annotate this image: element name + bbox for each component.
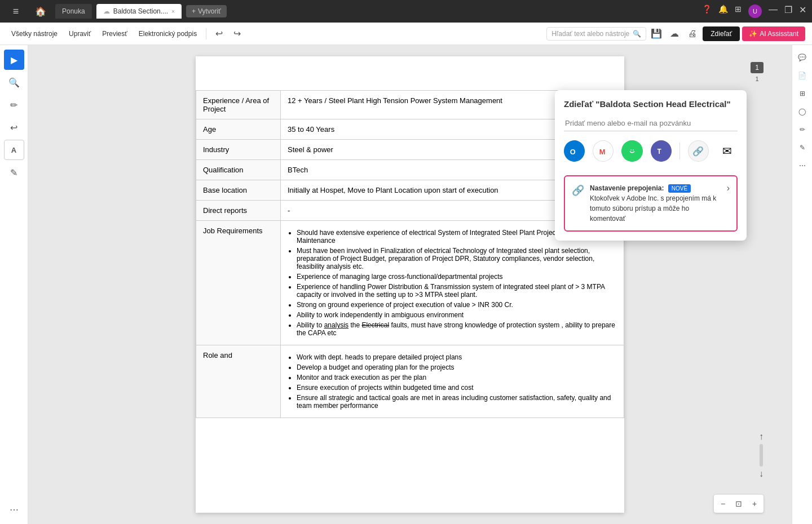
share-whatsapp-button[interactable] [621, 140, 642, 162]
right-sidebar: 💬 📄 ⊞ ◯ ✏ ✎ ⋯ [792, 45, 812, 524]
stamps-icon[interactable]: ✎ [795, 140, 810, 156]
fit-page-button[interactable]: ⊡ [732, 497, 745, 510]
notification-icon[interactable]: 🔔 [718, 5, 728, 18]
table-cell-value: Work with dept. heads to prepare detaile… [281, 345, 624, 418]
cursor-tool-icon[interactable]: ▶ [4, 50, 24, 70]
search-tool-icon[interactable]: 🔍 [4, 72, 24, 92]
zoom-out-button[interactable]: − [716, 497, 730, 510]
plus-icon: + [192, 7, 196, 15]
copy-link-button[interactable]: 🔗 [688, 140, 709, 162]
link-settings-arrow[interactable]: › [727, 183, 730, 193]
link-settings-text: Nastavenie prepojenia: NOVÉ Ktokoľvek v … [590, 183, 721, 224]
cloud-save-icon[interactable]: ☁ [667, 26, 682, 42]
list-item: Ability to analysis the Electrical fault… [297, 321, 617, 337]
ai-assistant-button[interactable]: ✨ AI Assisstant [742, 26, 805, 41]
ai-icon: ✨ [749, 30, 757, 38]
edit-menu[interactable]: Upraviť [64, 28, 95, 40]
undo-button[interactable]: ↩ [211, 26, 227, 42]
help-icon[interactable]: ❓ [702, 5, 712, 18]
table-cell-label: Direct reports [196, 201, 281, 221]
new-tab-button[interactable]: + Vytvoriť [186, 5, 227, 17]
annotate-icon[interactable]: ✏ [4, 95, 24, 115]
minimize-button[interactable]: — [769, 5, 778, 18]
more-right-icon[interactable]: ⋯ [795, 158, 810, 174]
close-button[interactable]: ✕ [799, 5, 806, 18]
requirements-list: Should have extensive experience of elec… [297, 229, 617, 337]
home-icon[interactable]: 🏠 [30, 1, 51, 21]
sign-menu[interactable]: Elektronický podpis [134, 28, 201, 40]
toolbar-separator [206, 28, 206, 39]
more-tools-icon[interactable]: ⋯ [4, 499, 24, 519]
cloud-icon: ☁ [103, 7, 110, 15]
window-controls: ❓ 🔔 ⊞ U — ❐ ✕ [702, 5, 806, 18]
draw-icon[interactable]: ✎ [4, 162, 24, 183]
list-item: Work with dept. heads to prepare detaile… [297, 353, 617, 361]
apps-icon[interactable]: ⊞ [735, 5, 742, 18]
list-item: Experience of managing large cross-funct… [297, 273, 617, 281]
list-item: Must have been involved in Finalization … [297, 247, 617, 270]
browser-chrome: ≡ 🏠 Ponuka ☁ Baldota Section.... × + Vyt… [0, 0, 812, 23]
new-tab-label: Vytvoriť [198, 7, 221, 15]
link-settings-prefix: Nastavenie prepojenia: [590, 184, 664, 192]
email-share-button[interactable]: ✉ [717, 140, 738, 162]
link-settings-panel: 🔗 Nastavenie prepojenia: NOVÉ Ktokoľvek … [564, 175, 738, 232]
tab-label: Ponuka [62, 7, 85, 15]
scrollbar-track[interactable] [760, 444, 763, 467]
share-dialog-title: Zdieľať "Baldota Section Head Electrical… [564, 99, 738, 109]
page-number-area: 1 1 [751, 62, 764, 82]
left-sidebar: ▶ 🔍 ✏ ↩ A ✎ ⋯ [0, 45, 28, 524]
list-item: Strong on ground experience of project e… [297, 301, 617, 309]
search-text: Hľadať text alebo nástroje [551, 30, 629, 38]
scroll-controls: ↑ ↓ [759, 432, 764, 479]
tab-close-icon[interactable]: × [171, 8, 175, 15]
tab-ponuka[interactable]: Ponuka [55, 4, 92, 19]
menu-icon[interactable]: ≡ [6, 1, 26, 21]
svg-text:T: T [657, 148, 662, 156]
list-item: Experience of handling Power Distributio… [297, 283, 617, 299]
share-gmail-button[interactable]: M [593, 140, 614, 162]
share-input[interactable] [564, 116, 738, 131]
link-settings-icon: 🔗 [572, 184, 584, 197]
table-cell-label: Industry [196, 140, 281, 160]
new-badge: NOVÉ [668, 184, 691, 193]
comments-icon[interactable]: 💬 [795, 50, 810, 65]
avatar[interactable]: U [748, 5, 762, 18]
tab-baldota[interactable]: ☁ Baldota Section.... × [96, 4, 182, 19]
list-item: Ability to work independently in ambiguo… [297, 311, 617, 319]
bookmarks-icon[interactable]: 📄 [795, 68, 810, 83]
share-teams-button[interactable]: T [651, 140, 672, 162]
link-settings-description: Ktokoľvek v Adobe Inc. s prepojením má k… [590, 194, 716, 223]
scroll-up-icon[interactable]: ↑ [759, 432, 764, 442]
save-icon[interactable]: 💾 [648, 26, 664, 42]
share-dialog: Zdieľať "Baldota Section Head Electrical… [555, 90, 747, 241]
share-button[interactable]: Zdieľať [703, 26, 740, 41]
list-item: Monitor and track execution as per the p… [297, 374, 617, 381]
zoom-in-button[interactable]: + [748, 497, 761, 510]
print-icon[interactable]: 🖨 [685, 26, 700, 42]
restore-button[interactable]: ❐ [784, 5, 792, 18]
redo-button[interactable]: ↪ [229, 26, 245, 42]
tab-title: Baldota Section.... [113, 7, 168, 15]
undo-tool-icon[interactable]: ↩ [4, 117, 24, 137]
list-item: Develop a budget and operating plan for … [297, 363, 617, 371]
role-list: Work with dept. heads to prepare detaile… [297, 353, 617, 410]
list-item: Ensure execution of projects within budg… [297, 384, 617, 392]
table-cell-label: Base location [196, 180, 281, 201]
table-row: Role and Work with dept. heads to prepar… [196, 345, 624, 418]
main-layout: ▶ 🔍 ✏ ↩ A ✎ ⋯ Experience / Area of Proje… [0, 45, 812, 524]
search-box[interactable]: Hľadať text alebo nástroje 🔍 [546, 27, 646, 41]
text-tool-icon[interactable]: A [4, 140, 24, 160]
share-outlook-button[interactable]: O [564, 140, 585, 162]
table-cell-label: Qualification [196, 160, 281, 180]
page-total: 1 [756, 76, 759, 82]
search-icon: 🔍 [633, 30, 641, 38]
layers-icon[interactable]: ⊞ [795, 86, 810, 101]
table-cell-label: Job Requirements [196, 221, 281, 345]
svg-text:M: M [599, 148, 605, 156]
convert-menu[interactable]: Previesť [98, 28, 132, 40]
signature-icon[interactable]: ✏ [795, 122, 810, 137]
form-icon[interactable]: ◯ [795, 104, 810, 119]
all-tools-menu[interactable]: Všetky nástroje [7, 28, 62, 40]
scroll-down-icon[interactable]: ↓ [759, 469, 764, 479]
table-cell-label: Experience / Area of Project [196, 91, 281, 119]
